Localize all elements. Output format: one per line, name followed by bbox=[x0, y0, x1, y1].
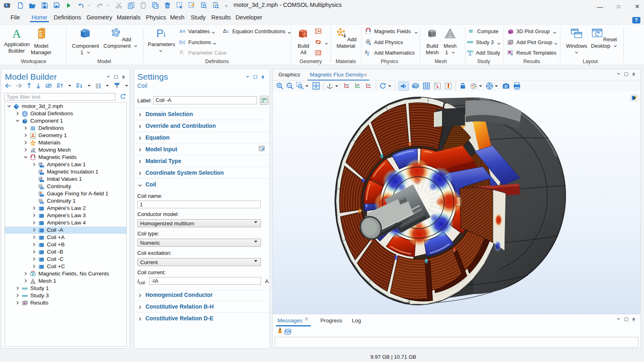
svg-text:a: a bbox=[179, 28, 182, 34]
svg-text:Δ: Δ bbox=[223, 28, 226, 34]
svg-text:+: + bbox=[365, 32, 367, 35]
svg-text:u: u bbox=[368, 50, 370, 54]
svg-text:i: i bbox=[183, 52, 184, 56]
svg-text:f(x): f(x) bbox=[179, 40, 185, 44]
svg-text:xy: xy bbox=[345, 83, 349, 87]
svg-text:u: u bbox=[226, 29, 229, 34]
svg-text:xz: xz bbox=[367, 83, 370, 87]
svg-text:yz: yz bbox=[356, 83, 360, 87]
svg-text:−: − bbox=[369, 31, 371, 35]
svg-text:P: P bbox=[180, 50, 183, 55]
svg-text:Δ: Δ bbox=[365, 50, 368, 54]
